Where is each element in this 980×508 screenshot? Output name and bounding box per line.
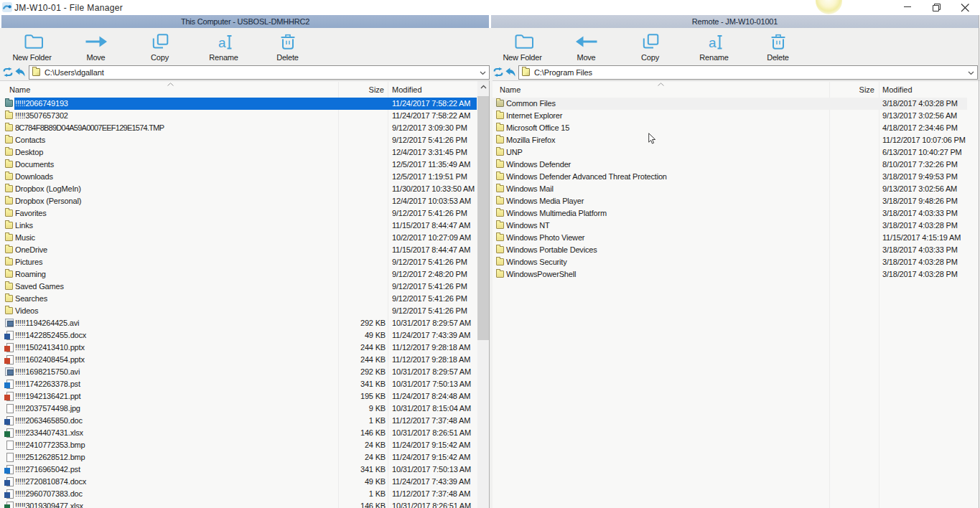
svg-text:a: a <box>709 35 717 50</box>
svg-text:a: a <box>218 35 226 50</box>
